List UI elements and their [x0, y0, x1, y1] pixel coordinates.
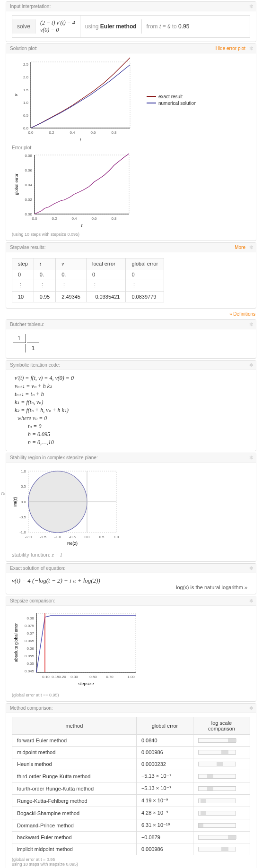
svg-text:0.00: 0.00: [25, 212, 32, 216]
svg-text:0.15: 0.15: [52, 675, 59, 679]
svg-text:-0.5: -0.5: [69, 535, 76, 539]
svg-text:1.5: 1.5: [23, 88, 29, 92]
svg-text:0.4: 0.4: [70, 130, 75, 135]
svg-text:Im(z): Im(z): [13, 497, 17, 507]
interp-row: solve (2 − t) v′(t) = 4v(0) = 0 using Eu…: [12, 15, 250, 38]
hide-error-plot-link[interactable]: Hide error plot: [216, 46, 245, 51]
svg-text:0.055: 0.055: [25, 654, 35, 658]
error-plot: 0.00.20.40.60.8 0.000.020.040.060.08 t g…: [12, 151, 140, 229]
svg-text:0.2: 0.2: [52, 216, 57, 221]
pod-butcher: Butcher tableau:✼ 1 1: [6, 319, 256, 359]
svg-text:0.0: 0.0: [21, 500, 26, 504]
stability-plot: -2.0-1.5-1.0-0.50.00.51.0 1.00.50.0-0.5-…: [12, 466, 123, 549]
svg-text:0.4: 0.4: [71, 216, 77, 221]
table-row: midpoint method0.000986: [12, 747, 250, 758]
table-row: forward Euler method0.0840: [12, 735, 250, 747]
method-name: Euler method: [100, 23, 137, 30]
svg-text:global error: global error: [14, 173, 19, 195]
svg-text:stepsize: stepsize: [78, 681, 94, 686]
svg-text:0.8: 0.8: [111, 130, 117, 135]
gear-icon[interactable]: ✼: [249, 362, 253, 368]
svg-text:t: t: [80, 138, 81, 142]
svg-text:1.0: 1.0: [114, 535, 119, 539]
table-row: Dormand-Prince method6.31 × 10⁻¹⁰: [12, 819, 250, 832]
svg-text:0.6: 0.6: [90, 130, 96, 135]
gear-icon[interactable]: ✼: [249, 598, 253, 603]
pod-stepwise: Stepwise results:More✼ steptvlocal error…: [6, 242, 256, 309]
svg-text:0.07: 0.07: [26, 631, 34, 636]
svg-text:0.2: 0.2: [49, 130, 54, 135]
gear-icon[interactable]: ✼: [249, 455, 253, 460]
svg-text:0.075: 0.075: [25, 624, 35, 628]
log-note-link[interactable]: log(x) is the natural logarithm »: [12, 584, 250, 590]
gear-icon[interactable]: ✼: [249, 705, 253, 711]
svg-rect-16: [35, 155, 129, 214]
svg-text:0.50: 0.50: [89, 675, 97, 679]
svg-text:0.04: 0.04: [25, 183, 32, 187]
svg-rect-49: [36, 613, 136, 672]
svg-text:0.045: 0.045: [25, 669, 35, 673]
svg-text:0.8: 0.8: [111, 216, 117, 221]
table-row: 00.0.00: [12, 269, 164, 280]
svg-text:Re(z): Re(z): [67, 541, 78, 546]
svg-text:0.0: 0.0: [23, 126, 29, 130]
svg-text:1.0: 1.0: [21, 469, 26, 473]
gear-icon[interactable]: ✼: [249, 46, 253, 51]
svg-text:0.0: 0.0: [84, 535, 90, 539]
gear-icon[interactable]: ✼: [249, 4, 253, 9]
pod-stability: Stability region in complex stepsize pla…: [6, 453, 256, 562]
svg-text:absolute global error: absolute global error: [14, 623, 18, 662]
eq1: (2 − t) v′(t) = 4: [40, 19, 75, 26]
table-row: Bogacki-Shampine method4.28 × 10⁻⁹: [12, 807, 250, 819]
pod-symbolic-code: Symbolic iteration code:✼ v′(t) = f(t, v…: [6, 360, 256, 451]
solve-label: solve: [12, 19, 35, 34]
definitions-link[interactable]: » Definitions: [0, 310, 262, 318]
svg-text:0.06: 0.06: [26, 646, 34, 651]
svg-text:0.70: 0.70: [106, 675, 114, 679]
svg-text:0.05: 0.05: [26, 662, 34, 666]
svg-text:2.0: 2.0: [23, 75, 29, 79]
method-table: methodglobal errorlog scale comparison f…: [12, 717, 250, 855]
table-row: backward Euler method−0.0879: [12, 832, 250, 843]
stepsize-plot: 0.100.150.200.300.500.701.00 0.0450.050.…: [12, 610, 144, 690]
svg-text:0.10: 0.10: [42, 675, 50, 679]
plot-legend: exact result numerical solution: [147, 93, 197, 107]
svg-rect-0: [31, 62, 130, 128]
svg-text:0.0: 0.0: [32, 216, 37, 221]
table-row: fourth-order Runge-Kutta method−5.13 × 1…: [12, 782, 250, 795]
pod-stepsize: Stepsize comparison:✼ 0.100.150.200.300.…: [6, 596, 256, 702]
svg-text:0.5: 0.5: [21, 484, 26, 489]
table-row: 100.952.49345−0.03354210.0839779: [12, 292, 164, 302]
svg-text:0.08: 0.08: [26, 616, 34, 620]
solution-plot: 0.00.20.40.60.8 0.00.51.01.52.02.5 t v: [12, 57, 140, 142]
svg-text:-2.0: -2.0: [25, 535, 32, 539]
gear-icon[interactable]: ✼: [249, 566, 253, 571]
more-link[interactable]: More: [235, 245, 245, 250]
gear-icon[interactable]: ✼: [249, 245, 253, 250]
table-row: Heun's method0.0000232: [12, 758, 250, 770]
pod-title: Input interpretation:: [10, 4, 51, 9]
svg-text:-1.5: -1.5: [40, 535, 46, 539]
butcher-tableau: 1 1: [12, 333, 40, 353]
stepwise-table: steptvlocal errorglobal error 00.0.00 ⋮⋮…: [12, 258, 164, 302]
pod-exact-solution: Exact solution of equation:✼ v(t) = 4 (−…: [6, 563, 256, 594]
svg-text:0.065: 0.065: [25, 639, 35, 643]
svg-text:1.00: 1.00: [127, 675, 135, 679]
pod-input-interpretation: Input interpretation:✼ solve (2 − t) v′(…: [6, 1, 256, 42]
svg-text:0.08: 0.08: [25, 154, 32, 158]
svg-text:0.5: 0.5: [23, 113, 29, 118]
svg-text:0.02: 0.02: [25, 198, 32, 202]
eq2: v(0) = 0: [40, 26, 75, 34]
svg-text:t: t: [81, 223, 83, 228]
table-row: implicit midpoint method0.000986: [12, 843, 250, 855]
svg-text:v: v: [14, 94, 18, 96]
svg-text:-1.0: -1.0: [19, 530, 26, 534]
svg-text:-1.0: -1.0: [54, 535, 61, 539]
gear-icon[interactable]: ✼: [249, 322, 253, 327]
svg-text:-0.5: -0.5: [19, 515, 26, 519]
pod-method-comparison: Method comparison:✼ methodglobal errorlo…: [6, 703, 256, 868]
pod-solution-plot: Solution plot:Hide error plot✼ 0.00.20.4…: [6, 43, 256, 241]
svg-text:0.0: 0.0: [28, 130, 34, 135]
svg-text:0.20: 0.20: [59, 675, 66, 679]
svg-text:0.06: 0.06: [25, 168, 32, 172]
